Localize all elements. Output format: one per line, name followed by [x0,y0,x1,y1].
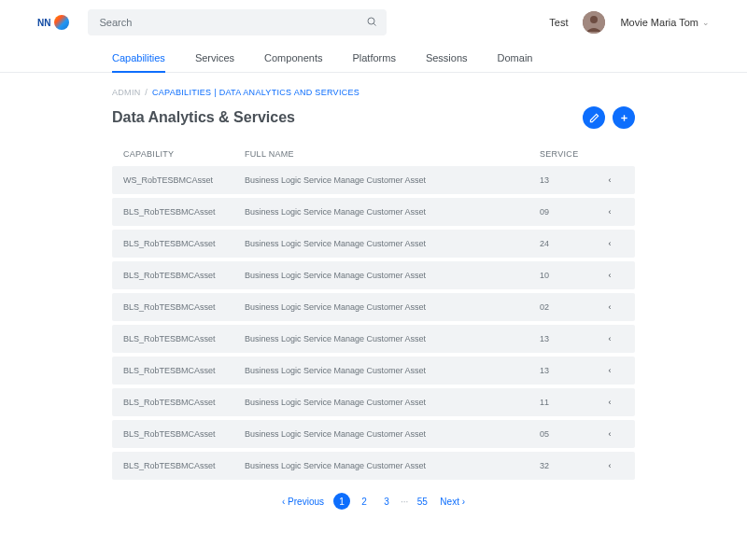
user-name: Movie Maria Tom [620,17,698,28]
table-row[interactable]: WS_RobTESBMCAssetBusiness Logic Service … [112,166,635,194]
cell-service: 13 [540,334,596,343]
cell-capability: BLS_RobTESBMCAsset [123,302,245,312]
cell-fullname: Business Logic Service Manage Customer A… [245,429,540,439]
cell-service: 05 [540,429,596,439]
table-row[interactable]: BLS_RobTESBMCAssetBusiness Logic Service… [112,261,635,289]
table-row[interactable]: BLS_RobTESBMCAssetBusiness Logic Service… [112,357,635,385]
table-row[interactable]: BLS_RobTESBMCAssetBusiness Logic Service… [112,198,635,226]
page-3[interactable]: 3 [378,493,395,510]
avatar[interactable] [583,11,605,34]
cell-service: 09 [540,207,596,217]
search-input[interactable] [88,9,387,35]
col-spacer [596,149,624,159]
chevron-left-icon: ‹ [596,207,624,217]
table-row[interactable]: BLS_RobTESBMCAssetBusiness Logic Service… [112,420,635,448]
cell-fullname: Business Logic Service Manage Customer A… [245,302,540,312]
cell-capability: BLS_RobTESBMCAsset [123,239,245,248]
cell-service: 32 [540,461,596,470]
table-header: CAPABILITY FULL NAME SERVICE [112,142,635,166]
add-button[interactable] [613,106,635,129]
cell-service: 13 [540,175,596,185]
page-55[interactable]: 55 [414,493,430,510]
cell-capability: BLS_RobTESBMCAsset [123,271,245,280]
cell-service: 02 [540,302,596,312]
cell-fullname: Business Logic Service Manage Customer A… [245,461,540,470]
cell-service: 10 [540,271,596,280]
breadcrumb-current: CAPABILITIES | DATA ANALYTICS AND SERVIC… [152,88,359,97]
table-row[interactable]: BLS_RobTESBMCAssetBusiness Logic Service… [112,293,635,321]
user-menu[interactable]: Movie Maria Tom ⌄ [620,17,710,28]
page-dots: ··· [401,497,408,507]
cell-capability: BLS_RobTESBMCAsset [123,334,245,343]
chevron-left-icon: ‹ [596,398,624,407]
table-row[interactable]: BLS_RobTESBMCAssetBusiness Logic Service… [112,230,635,258]
cell-service: 24 [540,239,596,248]
cell-fullname: Business Logic Service Manage Customer A… [245,398,540,407]
title-actions [583,106,635,129]
test-label: Test [549,17,568,28]
chevron-left-icon: ‹ [596,429,624,439]
svg-point-3 [590,16,598,23]
cell-service: 11 [540,398,596,407]
chevron-left-icon: ‹ [596,334,624,343]
col-fullname: FULL NAME [245,149,540,159]
page-prev[interactable]: ‹ Previous [278,495,328,509]
logo[interactable]: NN [37,15,69,30]
search-container [88,9,387,35]
page-next[interactable]: Next › [436,495,469,509]
header: NN Test Movie Maria Tom ⌄ [0,0,747,45]
pagination: ‹ Previous123···55Next › [112,493,635,510]
cell-capability: BLS_RobTESBMCAsset [123,398,245,407]
cell-fullname: Business Logic Service Manage Customer A… [245,366,540,375]
cell-service: 13 [540,366,596,375]
tab-domain[interactable]: Domain [498,45,533,72]
edit-button[interactable] [583,106,605,129]
table-row[interactable]: BLS_RobTESBMCAssetBusiness Logic Service… [112,325,635,353]
tab-sessions[interactable]: Sessions [426,45,468,72]
cell-capability: BLS_RobTESBMCAsset [123,429,245,439]
chevron-left-icon: ‹ [596,366,624,375]
cell-fullname: Business Logic Service Manage Customer A… [245,175,540,185]
cell-capability: BLS_RobTESBMCAsset [123,366,245,375]
chevron-down-icon: ⌄ [702,18,710,27]
col-capability: CAPABILITY [123,149,245,159]
cell-fullname: Business Logic Service Manage Customer A… [245,207,540,217]
page-2[interactable]: 2 [356,493,373,510]
tab-capabilities[interactable]: Capabilities [112,45,165,73]
breadcrumb: ADMIN / CAPABILITIES | DATA ANALYTICS AN… [112,88,635,97]
tabs: CapabilitiesServicesComponentsPlatformsS… [0,45,747,73]
breadcrumb-sep: / [145,88,148,97]
tab-components[interactable]: Components [264,45,322,72]
content: ADMIN / CAPABILITIES | DATA ANALYTICS AN… [0,73,747,560]
logo-text: NN [37,18,50,28]
page-1[interactable]: 1 [333,493,350,510]
table-row[interactable]: BLS_RobTESBMCAssetBusiness Logic Service… [112,388,635,416]
cell-capability: WS_RobTESBMCAsset [123,175,245,185]
cell-fullname: Business Logic Service Manage Customer A… [245,239,540,248]
capability-table: CAPABILITY FULL NAME SERVICE WS_RobTESBM… [112,142,635,480]
cell-capability: BLS_RobTESBMCAsset [123,461,245,470]
col-service: SERVICE [540,149,596,159]
logo-icon [54,15,69,30]
table-row[interactable]: BLS_RobTESBMCAssetBusiness Logic Service… [112,452,635,480]
page-title: Data Analytics & Services [112,109,295,126]
chevron-left-icon: ‹ [596,271,624,280]
chevron-left-icon: ‹ [596,302,624,312]
chevron-left-icon: ‹ [596,175,624,185]
tab-services[interactable]: Services [195,45,234,72]
tab-platforms[interactable]: Platforms [352,45,395,72]
chevron-left-icon: ‹ [596,461,624,470]
cell-fullname: Business Logic Service Manage Customer A… [245,334,540,343]
cell-fullname: Business Logic Service Manage Customer A… [245,271,540,280]
header-right: Test Movie Maria Tom ⌄ [549,11,710,34]
title-row: Data Analytics & Services [112,106,635,129]
chevron-left-icon: ‹ [596,239,624,248]
breadcrumb-root[interactable]: ADMIN [112,88,141,97]
cell-capability: BLS_RobTESBMCAsset [123,207,245,217]
